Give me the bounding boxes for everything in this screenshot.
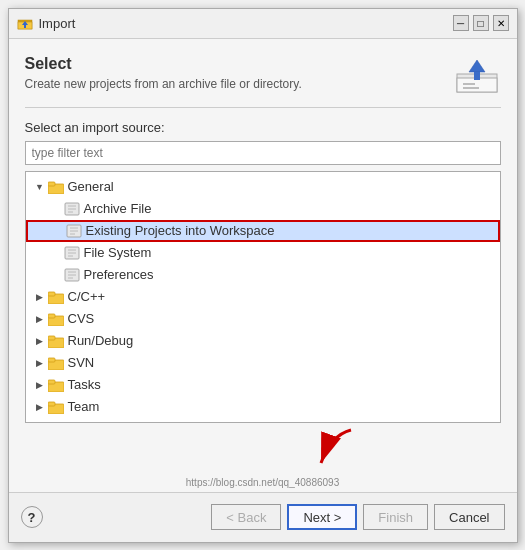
tree-item-cpp[interactable]: ▶ C/C++ [26, 286, 500, 308]
bottom-bar: ? < Back Next > Finish Cancel [9, 492, 517, 542]
arrow-cpp: ▶ [34, 291, 46, 303]
svg-rect-5 [457, 78, 497, 92]
tree-container: ▼ General ▶ [25, 171, 501, 423]
next-button[interactable]: Next > [287, 504, 357, 530]
tree-item-general[interactable]: ▼ General [26, 176, 500, 198]
svg-rect-11 [48, 182, 55, 186]
item-label-general: General [68, 179, 114, 194]
tree-item-svn[interactable]: ▶ SVN [26, 352, 500, 374]
item-label-cvs: CVS [68, 311, 95, 326]
svg-rect-35 [48, 358, 55, 362]
folder-icon-tasks [48, 378, 64, 392]
maximize-button[interactable]: □ [473, 15, 489, 31]
item-label-file-system: File System [84, 245, 152, 260]
svg-rect-31 [48, 314, 55, 318]
file-icon-archive [64, 202, 80, 216]
tree-item-run-debug[interactable]: ▶ Run/Debug [26, 330, 500, 352]
cancel-button[interactable]: Cancel [434, 504, 504, 530]
folder-icon-general [48, 180, 64, 194]
import-icon [455, 56, 499, 94]
help-button[interactable]: ? [21, 506, 43, 528]
arrow-general: ▼ [34, 181, 46, 193]
tree-item-file-system[interactable]: ▶ File System [26, 242, 500, 264]
window-icon [17, 15, 33, 31]
tree-item-archive-file[interactable]: ▶ Archive File [26, 198, 500, 220]
folder-icon-team [48, 400, 64, 414]
header-section: Select Create new projects from an archi… [25, 55, 501, 95]
folder-icon-cpp [48, 290, 64, 304]
finish-button[interactable]: Finish [363, 504, 428, 530]
header-icon [453, 55, 501, 95]
bottom-right: < Back Next > Finish Cancel [211, 504, 504, 530]
content-area: Select Create new projects from an archi… [9, 39, 517, 475]
svg-rect-37 [48, 380, 55, 384]
arrow-svn: ▶ [34, 357, 46, 369]
svg-rect-29 [48, 292, 55, 296]
tree-item-tasks[interactable]: ▶ Tasks [26, 374, 500, 396]
item-label-team: Team [68, 399, 100, 414]
next-arrow-annotation [291, 425, 371, 475]
arrow-cvs: ▶ [34, 313, 46, 325]
arrow-tasks: ▶ [34, 379, 46, 391]
svg-marker-6 [469, 60, 485, 72]
tree-item-existing-projects[interactable]: ▶ Existing Projects into Workspace [26, 220, 500, 242]
tree-item-team[interactable]: ▶ Team [26, 396, 500, 418]
item-label-existing-projects: Existing Projects into Workspace [86, 223, 275, 238]
file-icon-preferences [64, 268, 80, 282]
title-bar: Import ─ □ ✕ [9, 9, 517, 39]
import-source-label: Select an import source: [25, 120, 501, 135]
svg-rect-39 [48, 402, 55, 406]
header-divider [25, 107, 501, 108]
folder-icon-svn [48, 356, 64, 370]
minimize-button[interactable]: ─ [453, 15, 469, 31]
watermark: https://blog.csdn.net/qq_40886093 [9, 475, 517, 492]
bottom-left: ? [21, 506, 43, 528]
svg-rect-3 [24, 25, 26, 28]
back-button[interactable]: < Back [211, 504, 281, 530]
tree-item-cvs[interactable]: ▶ CVS [26, 308, 500, 330]
folder-icon-run-debug [48, 334, 64, 348]
page-title: Select [25, 55, 302, 73]
title-bar-left: Import [17, 15, 76, 31]
file-icon-existing [66, 224, 82, 238]
item-label-preferences: Preferences [84, 267, 154, 282]
item-label-tasks: Tasks [68, 377, 101, 392]
item-label-archive-file: Archive File [84, 201, 152, 216]
arrow-run-debug: ▶ [34, 335, 46, 347]
arrow-team: ▶ [34, 401, 46, 413]
item-label-svn: SVN [68, 355, 95, 370]
svg-rect-33 [48, 336, 55, 340]
arrow-area [25, 423, 501, 475]
page-subtitle: Create new projects from an archive file… [25, 77, 302, 91]
svg-rect-7 [474, 72, 480, 80]
window-title: Import [39, 16, 76, 31]
title-bar-controls: ─ □ ✕ [453, 15, 509, 31]
import-dialog: Import ─ □ ✕ Select Create new projects … [8, 8, 518, 543]
folder-icon-cvs [48, 312, 64, 326]
file-icon-filesystem [64, 246, 80, 260]
close-button[interactable]: ✕ [493, 15, 509, 31]
header-text: Select Create new projects from an archi… [25, 55, 302, 91]
filter-input[interactable] [25, 141, 501, 165]
item-label-run-debug: Run/Debug [68, 333, 134, 348]
item-label-cpp: C/C++ [68, 289, 106, 304]
tree-item-preferences[interactable]: ▶ Preferences [26, 264, 500, 286]
